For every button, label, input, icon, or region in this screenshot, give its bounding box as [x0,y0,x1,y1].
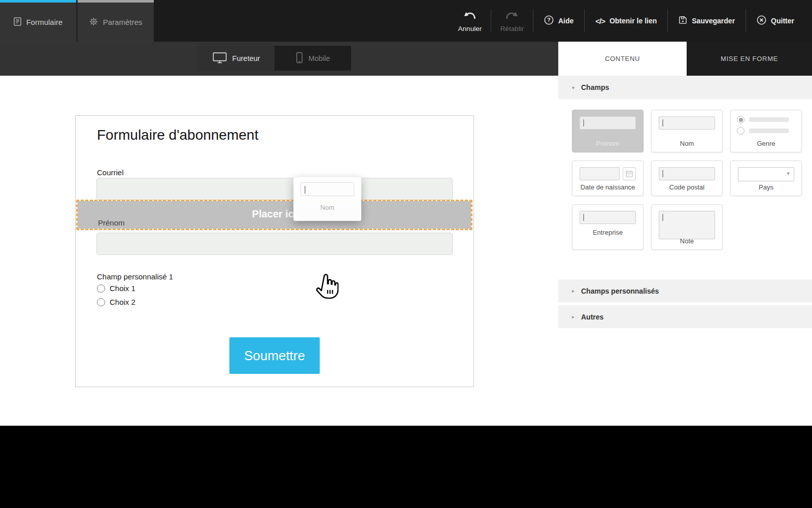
quit-button[interactable]: Quitter [746,15,805,26]
undo-icon [463,11,477,22]
field-card-label: Entreprise [572,229,643,236]
firstname-input[interactable] [96,233,453,255]
get-link-label: Obtenir le lien [610,17,657,25]
device-toggle: Fureteur Mobile [198,46,351,71]
radio-option-mockup [737,127,789,135]
field-card-genre[interactable]: Genre [730,110,802,152]
field-card-label: Code postal [652,183,722,191]
calendar-icon [623,167,636,180]
section-champs-label: Champs [581,83,609,91]
svg-text:?: ? [547,17,550,23]
tab-parametres[interactable]: Paramètres [78,0,154,42]
custom-field-label: Champ personnalisé 1 [97,272,173,281]
tab-parametres-label: Paramètres [103,18,143,26]
field-card-label: Prénom [572,140,643,147]
radio-icon [97,298,105,306]
field-card-label: Genre [731,140,801,147]
text-cursor-icon [583,214,584,221]
text-input-mockup [580,211,636,224]
field-card-label: Pays [731,183,801,191]
tab-formulaire[interactable]: Formulaire [0,0,76,42]
redo-icon [505,11,519,22]
editor-canvas: Fureteur Mobile Formulaire d'abonnement … [0,42,558,426]
form-title: Formulaire d'abonnement [97,127,258,143]
section-custom-label: Champs personnalisés [581,287,659,295]
choice-1-option[interactable]: Choix 1 [97,284,136,293]
undo-label: Annuler [458,25,482,33]
radio-selected-icon [737,116,745,123]
field-card-date-naissance[interactable]: Date de naissance [572,161,644,196]
help-label: Aide [558,17,573,25]
settings-panel: CONTENU MISE EN FORME ▾ Champs Prénom [558,42,812,426]
choice-2-option[interactable]: Choix 2 [97,298,136,306]
email-field-label: Courriel [97,168,124,177]
mobile-phone-icon [296,51,303,66]
chevron-right-icon: ▸ [572,288,577,294]
email-input[interactable] [96,178,453,200]
section-autres[interactable]: ▸ Autres [558,305,812,328]
field-card-nom[interactable]: Nom [651,110,723,152]
text-cursor-icon [662,170,663,177]
redo-button[interactable]: Rétablir [491,10,533,33]
field-card-note[interactable]: Note [651,204,723,250]
field-card-pays[interactable]: ▾ Pays [730,161,802,196]
chevron-down-icon: ▾ [572,85,577,90]
text-input-mockup [580,116,636,130]
text-cursor-icon [662,214,663,221]
field-card-entreprise[interactable]: Entreprise [572,204,644,250]
device-toolbar: Fureteur Mobile [0,42,558,76]
radio-icon [97,284,105,293]
dropzone-text: Placer ici [78,208,471,220]
hand-cursor-icon [315,274,339,303]
device-mobile-label: Mobile [309,54,330,62]
text-input-mockup [659,167,715,180]
text-input-mockup [580,167,620,180]
section-champs[interactable]: ▾ Champs [558,76,812,99]
text-cursor-icon [304,186,306,194]
field-card-code-postal[interactable]: Code postal [651,161,723,196]
section-autres-label: Autres [581,313,603,321]
choice-1-label: Choix 1 [110,284,136,293]
get-link-button[interactable]: </> Obtenir le lien [585,17,667,25]
toolbar-actions: Annuler Rétablir ? Aide </> Obtenir le l… [449,0,812,42]
tab-contenu[interactable]: CONTENU [558,42,687,76]
quit-label: Quitter [771,17,794,25]
save-label: Sauvegarder [692,17,735,25]
close-circle-icon [757,15,766,26]
device-option-browser[interactable]: Fureteur [198,46,275,71]
section-champs-personnalises[interactable]: ▸ Champs personnalisés [558,279,812,302]
top-toolbar: Formulaire Paramètres Annuler [0,0,812,42]
textarea-mockup [659,211,715,239]
form-preview-area: Formulaire d'abonnement Courriel Champ p… [0,76,558,426]
redo-label: Rétablir [500,25,524,33]
monitor-icon [213,52,227,65]
main-tabs: Formulaire Paramètres [0,0,154,42]
tab-mise-en-forme[interactable]: MISE EN FORME [687,42,812,76]
submit-button[interactable]: Soumettre [229,337,320,374]
dragged-field-label: Nom [294,204,361,211]
text-cursor-icon [662,119,663,126]
field-card-label: Note [652,237,722,245]
floppy-disk-icon [679,16,687,26]
option-text-bar [749,117,789,122]
save-button[interactable]: Sauvegarder [668,16,746,26]
device-option-mobile[interactable]: Mobile [275,46,351,71]
text-cursor-icon [583,119,584,126]
dragged-field-card: Nom [293,177,361,221]
field-card-prenom[interactable]: Prénom [572,110,644,152]
form-builder-app: Formulaire Paramètres Annuler [0,0,812,508]
undo-button[interactable]: Annuler [449,10,491,33]
field-library: Prénom Nom [558,99,812,276]
form-document-icon [14,17,21,27]
radio-option-mockup [737,116,789,123]
text-input-mockup [300,182,354,196]
option-text-bar [749,129,789,133]
help-button[interactable]: ? Aide [533,15,584,26]
select-dropdown-mockup: ▾ [738,167,794,181]
drag-drop-zone[interactable]: Placer ici Prénom [76,200,472,230]
workspace: Fureteur Mobile Formulaire d'abonnement … [0,42,812,426]
field-card-label: Nom [652,140,722,147]
device-browser-label: Fureteur [232,54,260,62]
code-icon: </> [595,17,605,25]
letterbox-band [0,426,812,508]
